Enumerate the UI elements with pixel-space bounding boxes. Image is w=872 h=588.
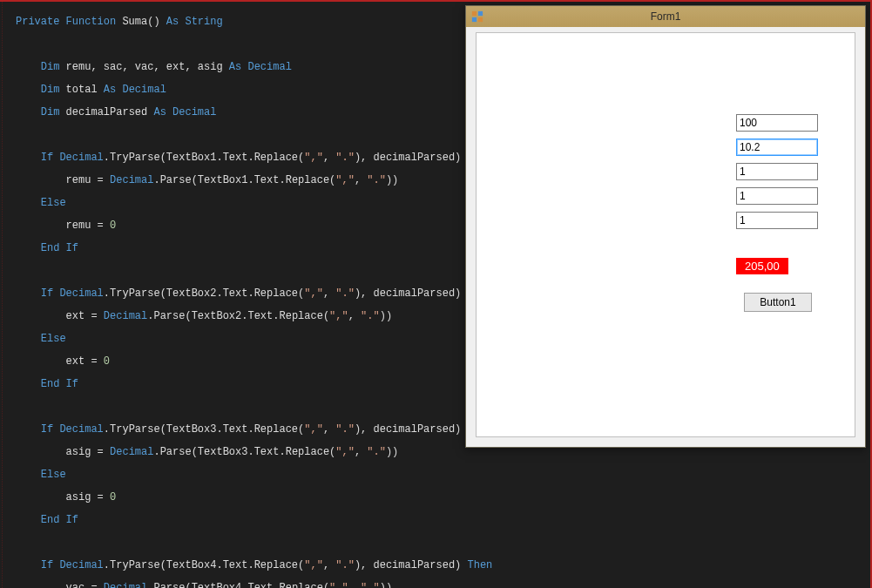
svg-rect-2	[472, 17, 477, 22]
textbox4[interactable]	[736, 187, 818, 205]
textbox3[interactable]	[736, 163, 818, 180]
button1[interactable]: Button1	[744, 293, 812, 312]
form1-title: Form1	[489, 10, 842, 23]
label1-result: 205,00	[736, 258, 788, 274]
form1-window: Form1 205,00 Button1	[465, 5, 866, 448]
form-icon	[471, 10, 483, 23]
textbox1[interactable]	[736, 114, 818, 132]
form1-client-area: 205,00 Button1	[476, 32, 855, 437]
textbox2[interactable]	[736, 139, 818, 156]
svg-rect-0	[472, 11, 477, 16]
svg-rect-1	[478, 11, 483, 16]
form1-titlebar[interactable]: Form1	[466, 6, 865, 27]
textbox5[interactable]	[736, 212, 818, 229]
svg-rect-3	[478, 17, 483, 22]
